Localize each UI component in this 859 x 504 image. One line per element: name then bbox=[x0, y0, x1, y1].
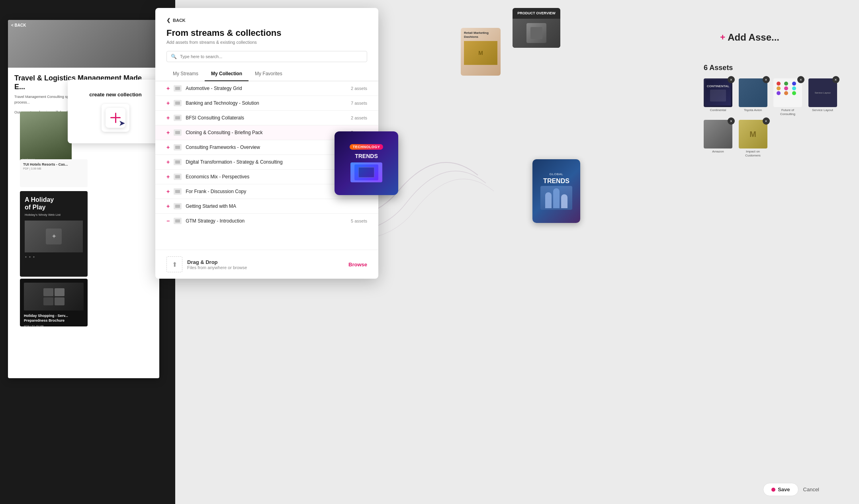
back-button[interactable]: ❮ BACK bbox=[166, 18, 367, 23]
travel-back-btn[interactable]: < BACK bbox=[11, 23, 26, 27]
collection-count-banking: 7 assets bbox=[351, 101, 367, 105]
collection-name-cloning: Cloning & Consulting - Briefing Pack bbox=[186, 130, 351, 135]
close-continental-btn[interactable]: × bbox=[728, 76, 735, 83]
modal-title: From streams & collections bbox=[166, 28, 367, 38]
collection-item-bfsi[interactable]: + BFSI Consulting Collaterals 2 assets bbox=[155, 111, 378, 125]
modal-header: ❮ BACK From streams & collections Add as… bbox=[155, 8, 378, 62]
add-frank-btn[interactable]: + bbox=[166, 188, 170, 195]
collection-icon-automotive bbox=[174, 85, 182, 92]
add-automotive-btn[interactable]: + bbox=[166, 85, 170, 92]
mountain-image-card: landscape bbox=[20, 111, 72, 163]
tech-badge: TECHNOLOGY bbox=[350, 144, 384, 150]
product-label: PRODUCT OVERVIEW bbox=[513, 8, 560, 19]
asset-card-toyota: × Toyota Avion bbox=[739, 78, 767, 116]
collection-item-automotive[interactable]: + Automotive - Strategy Grid 2 assets bbox=[155, 81, 378, 96]
asset-card-future: × Future of Consulting bbox=[773, 78, 802, 116]
asset-card-continental: × CONTINENTAL Continental bbox=[704, 78, 732, 116]
retail-marketing-card: Retail Marketing Dashions M bbox=[461, 28, 501, 76]
asset-thumb-service: Service Layout bbox=[808, 78, 837, 107]
global-trends-card: GLOBAL TRENDS bbox=[532, 159, 580, 223]
tab-my-favorites[interactable]: My Favorites bbox=[249, 67, 289, 81]
collection-icon-banking bbox=[174, 100, 182, 106]
assets-title: 6 Assets bbox=[704, 64, 839, 72]
drag-drop-text-block: Drag & Drop Files from anywhere or brows… bbox=[187, 259, 247, 270]
assets-grid: × CONTINENTAL Continental × Toyota Avion… bbox=[704, 78, 839, 157]
asset-label-toyota: Toyota Avion bbox=[739, 108, 767, 112]
upload-box[interactable]: ⬆ bbox=[166, 256, 182, 272]
collection-name-bfsi: BFSI Consulting Collaterals bbox=[186, 115, 351, 121]
asset-thumb-amazon bbox=[704, 120, 732, 148]
asset-thumb-future bbox=[773, 78, 802, 107]
collection-icon-cloning bbox=[174, 129, 182, 136]
add-cloning-btn[interactable]: + bbox=[166, 129, 170, 136]
asset-label-impact: Impact on Customers bbox=[739, 150, 767, 157]
collection-item-banking[interactable]: + Banking and Technology - Solution 7 as… bbox=[155, 96, 378, 111]
collection-icon-gtm bbox=[174, 218, 182, 224]
add-banking-btn[interactable]: + bbox=[166, 100, 170, 106]
holiday-play-image: ✦ bbox=[25, 221, 83, 252]
tab-my-collection[interactable]: My Collection bbox=[205, 67, 249, 81]
save-label: Save bbox=[778, 486, 790, 492]
search-input[interactable] bbox=[180, 54, 363, 59]
add-getting-started-btn[interactable]: + bbox=[166, 203, 170, 209]
close-toyota-btn[interactable]: × bbox=[763, 76, 770, 83]
collection-icon-getting-started bbox=[174, 203, 182, 209]
tech-trends-card: TECHNOLOGY TRENDS bbox=[335, 131, 398, 195]
asset-label-continental: Continental bbox=[704, 108, 732, 112]
collapse-gtm-btn[interactable]: − bbox=[166, 218, 170, 224]
collection-item-gtm[interactable]: − GTM Strategy - Introduction 5 assets bbox=[155, 214, 378, 225]
asset-label-service: Service Layout bbox=[808, 108, 837, 112]
holiday-play-sub: Holiday's Windy Web List bbox=[25, 213, 83, 217]
add-bfsi-btn[interactable]: + bbox=[166, 115, 170, 121]
drag-drop-title: Drag & Drop bbox=[187, 259, 247, 265]
retail-image: M bbox=[464, 41, 497, 65]
back-label: BACK bbox=[173, 18, 186, 23]
back-chevron-icon: ❮ bbox=[166, 18, 170, 23]
add-digital-btn[interactable]: + bbox=[166, 159, 170, 165]
collection-name-getting-started: Getting Started with MA bbox=[186, 203, 367, 209]
collection-name-banking: Banking and Technology - Solution bbox=[186, 100, 351, 106]
collection-icon-bfsi bbox=[174, 115, 182, 121]
collection-count-automotive: 2 assets bbox=[351, 86, 367, 91]
close-service-btn[interactable]: × bbox=[832, 76, 839, 83]
save-button[interactable]: Save bbox=[763, 483, 798, 496]
tab-my-streams[interactable]: My Streams bbox=[166, 67, 205, 81]
collection-name-automotive: Automotive - Strategy Grid bbox=[186, 86, 351, 91]
collection-icon-economics bbox=[174, 174, 182, 180]
asset-thumb-continental: CONTINENTAL bbox=[704, 78, 732, 107]
add-asset-label: Add Asse... bbox=[728, 32, 779, 43]
tech-laptop-image bbox=[350, 162, 382, 182]
save-dot-icon bbox=[771, 488, 775, 492]
collection-name-gtm: GTM Strategy - Introduction bbox=[186, 218, 351, 224]
global-people-image bbox=[540, 186, 572, 210]
assets-section: 6 Assets × CONTINENTAL Continental × Toy… bbox=[704, 64, 839, 162]
close-future-btn[interactable]: × bbox=[797, 76, 804, 83]
add-plus-icon: + bbox=[720, 32, 725, 43]
asset-thumb-toyota bbox=[739, 78, 767, 107]
asset-label-future: Future of Consulting bbox=[773, 108, 802, 116]
product-overview-card: PRODUCT OVERVIEW bbox=[513, 8, 560, 48]
add-consulting-btn[interactable]: + bbox=[166, 144, 170, 150]
global-sub: GLOBAL bbox=[549, 172, 563, 176]
cancel-button[interactable]: Cancel bbox=[803, 486, 819, 492]
retail-title: Retail Marketing Dashions bbox=[464, 31, 497, 39]
drag-drop-area: ⬆ Drag & Drop Files from anywhere or bro… bbox=[155, 250, 378, 279]
collection-icon-digital bbox=[174, 159, 182, 165]
tech-title: TRENDS bbox=[355, 153, 378, 160]
drag-drop-left: ⬆ Drag & Drop Files from anywhere or bro… bbox=[166, 256, 247, 272]
holiday-play-card: A Holidayof Play Holiday's Windy Web Lis… bbox=[20, 191, 88, 277]
collection-name-consulting: Consulting Frameworks - Overview bbox=[186, 145, 348, 150]
add-economics-btn[interactable]: + bbox=[166, 174, 170, 180]
close-impact-btn[interactable]: × bbox=[763, 117, 770, 125]
global-title: TRENDS bbox=[543, 178, 569, 185]
search-bar[interactable]: 🔍 bbox=[166, 51, 367, 62]
add-asset-header: + Add Asse... bbox=[720, 32, 779, 43]
browse-button[interactable]: Browse bbox=[348, 262, 367, 268]
close-amazon-btn[interactable]: × bbox=[728, 117, 735, 125]
travel-page-header: < BACK bbox=[8, 20, 159, 68]
create-collection-card[interactable]: create new collection ➤ bbox=[68, 80, 163, 143]
collection-item-getting-started[interactable]: + Getting Started with MA bbox=[155, 199, 378, 214]
collection-count-gtm: 5 assets bbox=[351, 219, 367, 223]
product-image bbox=[513, 19, 560, 48]
collection-icon-frank bbox=[174, 188, 182, 195]
